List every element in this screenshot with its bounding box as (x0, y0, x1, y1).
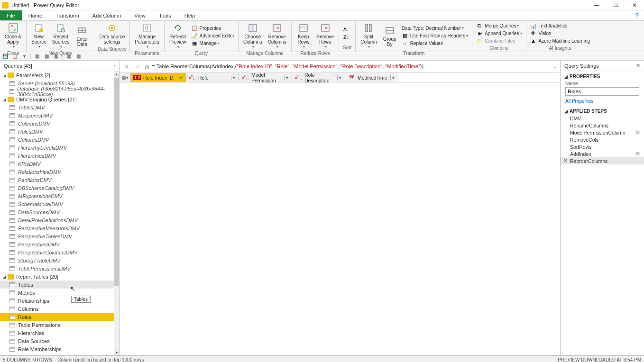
query-item[interactable]: PerspectiveTablesDMV (0, 232, 119, 240)
query-item[interactable]: Database (f3be82bf-05ea-4b8b-9844-3004c1… (0, 87, 119, 95)
enter-data-button[interactable]: Enter Data (72, 24, 92, 48)
formula-commit-button[interactable]: ✓ (134, 63, 142, 71)
column-filter-button[interactable]: ▾ (178, 75, 184, 80)
minimize-button[interactable]: — (587, 0, 606, 10)
applied-step[interactable]: RemoveCols (561, 136, 644, 143)
query-item[interactable]: Columns (0, 305, 119, 313)
formula-expand-button[interactable]: ⌄ (553, 64, 557, 69)
queries-scrollbar[interactable]: ▴ ▾ (114, 71, 119, 355)
column-filter-button[interactable]: ▾ (231, 75, 237, 80)
qat-item[interactable]: ▦ (53, 53, 59, 60)
choose-columns-button[interactable]: Choose Columns▾ (240, 22, 265, 50)
recent-sources-button[interactable]: Recent Sources▾ (49, 22, 73, 50)
help-icon[interactable]: ? (630, 10, 644, 20)
column-header[interactable]: ABCRole▾ (186, 73, 239, 82)
applied-step[interactable]: RenameColumns (561, 122, 644, 129)
query-item[interactable]: RelationshipsDMV (0, 168, 119, 176)
qat-item[interactable]: ▦ (34, 53, 40, 60)
all-properties-link[interactable]: All Properties (561, 97, 644, 106)
new-source-button[interactable]: New Source▾ (28, 22, 49, 50)
close-settings-button[interactable]: ✕ (636, 63, 640, 69)
column-header[interactable]: 📅ModifiedTime▾ (345, 73, 398, 82)
home-tab[interactable]: Home (22, 10, 49, 20)
column-filter-button[interactable]: ▾ (390, 75, 396, 80)
query-item[interactable]: DataSourcesDMV (0, 208, 119, 216)
append-queries-button[interactable]: ⊞Append Queries▾ (474, 29, 524, 37)
properties-section-header[interactable]: ◢PROPERTIES (561, 71, 644, 80)
remove-columns-button[interactable]: ✕Remove Columns▾ (265, 22, 289, 50)
query-group[interactable]: ◢Parameters [2] (0, 71, 119, 79)
qat-item[interactable]: ▦ (43, 53, 50, 60)
column-type-icon[interactable]: ABC (294, 74, 303, 81)
query-name-input[interactable] (565, 87, 639, 96)
applied-step[interactable]: ModelPermissionColumn⚙ (561, 129, 644, 136)
query-item[interactable]: Relationships (0, 297, 119, 305)
qat-save-icon[interactable]: 💾 (2, 53, 9, 60)
applied-step[interactable]: AddIndex⚙ (561, 150, 644, 157)
data-source-settings-button[interactable]: Data source settings (96, 22, 128, 45)
query-item[interactable]: Data Sources (0, 337, 119, 345)
manage-button[interactable]: ▦Manage▾ (189, 40, 236, 47)
merge-queries-button[interactable]: ⧉Merge Queries▾ (474, 22, 524, 29)
column-header[interactable]: 1.2Role Index ID▾ (131, 73, 186, 82)
step-settings-icon[interactable]: ⚙ (635, 129, 640, 136)
combine-files-button[interactable]: 📁Combine Files (474, 37, 524, 45)
column-filter-button[interactable]: ▾ (337, 75, 343, 80)
query-item[interactable]: TablePermissionsDMV (0, 264, 119, 272)
query-item[interactable]: PerspectiveMeasuresDMV (0, 224, 119, 232)
query-item[interactable]: HierarchyLevelsDMV (0, 144, 119, 152)
column-type-icon[interactable]: 📅 (347, 74, 356, 81)
maximize-button[interactable]: ▭ (606, 0, 625, 10)
query-item[interactable]: StorageTableDMV (0, 256, 119, 264)
advanced-editor-button[interactable]: 📝Advanced Editor (189, 32, 236, 40)
properties-button[interactable]: 📋Properties (189, 25, 236, 32)
query-item[interactable]: RolesDMV (0, 127, 119, 136)
query-group[interactable]: ◢Report Tables [20] (0, 272, 119, 281)
query-item[interactable]: Hierarchies (0, 329, 119, 337)
scroll-up-button[interactable]: ▴ (114, 71, 119, 77)
file-tab[interactable]: File (0, 10, 22, 20)
sort-asc-button[interactable]: A↓ (341, 26, 353, 33)
qat-item[interactable]: ▦ (75, 53, 82, 60)
sort-desc-button[interactable]: Z↓ (341, 33, 353, 41)
column-header[interactable]: ABCModel Permission▾ (239, 73, 292, 82)
column-filter-button[interactable]: ▾ (284, 75, 290, 80)
query-item[interactable]: Tables (0, 281, 119, 289)
query-item[interactable]: TablesDMV (0, 103, 119, 111)
column-header[interactable]: ABCRole Description▾ (292, 73, 345, 82)
query-item[interactable]: HierarchiesDMV (0, 152, 119, 160)
remove-rows-button[interactable]: ✕Remove Rows▾ (313, 22, 337, 50)
scroll-down-button[interactable]: ▾ (114, 350, 119, 355)
tools-tab[interactable]: Tools (152, 10, 178, 20)
step-settings-icon[interactable]: ⚙ (635, 151, 640, 157)
text-analytics-button[interactable]: 📊Text Analytics (528, 22, 592, 29)
query-item[interactable]: MeasuresDMV (0, 111, 119, 119)
applied-steps-header[interactable]: ◢APPLIED STEPS (561, 106, 644, 115)
manage-parameters-button[interactable]: {}Manage Parameters▾ (132, 22, 162, 50)
formula-input[interactable]: = Table.ReorderColumns(AddIndex,{"Role I… (152, 63, 551, 70)
delete-step-icon[interactable]: ✕ (563, 158, 568, 164)
query-item[interactable]: Roles (0, 313, 119, 321)
query-item[interactable]: PartitionsDMV (0, 176, 119, 184)
query-item[interactable]: PerspectiveColumnsDMV (0, 248, 119, 256)
close-apply-button[interactable]: ✕✓ Close & Apply▾ (2, 22, 24, 50)
query-item[interactable]: Table Permissions (0, 321, 119, 329)
applied-step[interactable]: SortRows (561, 143, 644, 150)
data-type-button[interactable]: Data Type: Decimal Number▾ (400, 25, 470, 32)
query-item[interactable]: Metrics (0, 289, 119, 297)
query-item[interactable]: CulturesDMV (0, 136, 119, 144)
query-item[interactable]: SchemaModelDMV (0, 200, 119, 208)
help-tab[interactable]: Help (178, 10, 202, 20)
first-row-headers-button[interactable]: ▦Use First Row as Headers▾ (400, 32, 470, 40)
add-column-tab[interactable]: Add Column (86, 10, 128, 20)
scroll-thumb[interactable] (114, 78, 119, 286)
group-by-button[interactable]: Group By (380, 24, 400, 48)
qat-item[interactable]: ▦ (65, 53, 72, 60)
applied-step[interactable]: DMV (561, 115, 644, 122)
column-type-icon[interactable]: ABC (241, 74, 249, 81)
query-item[interactable]: DBSchemaCatalogDMV (0, 184, 119, 192)
applied-step[interactable]: ✕ReorderColumns (561, 157, 644, 164)
qat-item[interactable]: 📋 (11, 53, 18, 60)
query-item[interactable]: PerspectivesDMV (0, 240, 119, 248)
qat-dropdown[interactable]: ▾ (21, 53, 28, 60)
